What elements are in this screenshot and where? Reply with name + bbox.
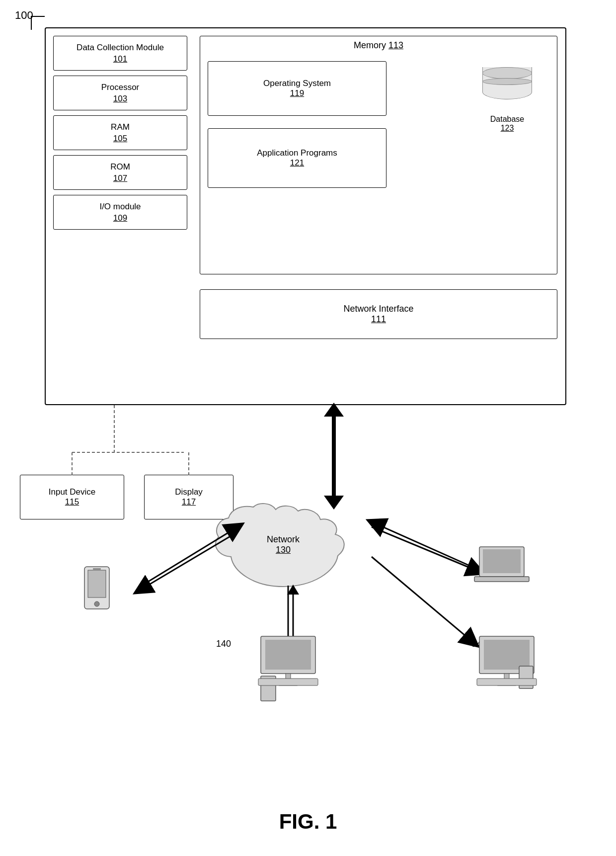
corner-bracket — [31, 16, 45, 30]
svg-rect-37 — [477, 679, 537, 685]
device-label-140-pc: 140 — [472, 639, 487, 649]
svg-rect-30 — [261, 676, 276, 701]
device-label-140-desktop: 140 — [216, 639, 231, 649]
memory-title: Memory 113 — [200, 36, 557, 51]
svg-line-18 — [372, 557, 472, 641]
svg-rect-32 — [479, 636, 534, 674]
network-interface-box: Network Interface 111 — [200, 289, 557, 339]
database-cylinder — [482, 67, 532, 112]
data-collection-box: Data Collection Module 101 — [53, 36, 187, 71]
svg-rect-28 — [286, 674, 291, 684]
app-programs-box: Application Programs 121 — [208, 128, 386, 188]
svg-rect-36 — [519, 666, 533, 688]
svg-line-16 — [372, 527, 477, 571]
svg-line-17 — [375, 523, 472, 567]
ram-box: RAM 105 — [53, 115, 187, 150]
device-label-140-mobile: 140 — [87, 579, 102, 590]
database-container: Database 123 — [472, 61, 542, 133]
svg-rect-22 — [93, 568, 101, 570]
svg-rect-25 — [474, 577, 529, 582]
svg-rect-34 — [504, 674, 509, 684]
svg-rect-31 — [258, 679, 318, 685]
left-column: Data Collection Module 101 Processor 103… — [53, 36, 187, 235]
network-label: Network — [267, 534, 300, 545]
device-label-140-laptop: 140 — [487, 547, 502, 557]
main-system-box: Data Collection Module 101 Processor 103… — [45, 27, 566, 405]
network-label-container: Network 130 — [267, 534, 300, 555]
operating-system-box: Operating System 119 — [208, 61, 386, 116]
memory-box: Memory 113 Operating System 119 Applicat… — [200, 36, 557, 274]
io-module-box: I/O module 109 — [53, 195, 187, 230]
svg-rect-29 — [278, 683, 298, 685]
network-cloud-area: Network 130 — [194, 502, 373, 601]
svg-rect-27 — [265, 640, 311, 670]
svg-rect-33 — [484, 640, 530, 670]
figure-caption: FIG. 1 — [279, 810, 337, 834]
svg-point-21 — [94, 601, 99, 606]
cylinder-mid — [482, 78, 532, 85]
cylinder-top — [482, 67, 532, 79]
rom-box: ROM 107 — [53, 155, 187, 190]
svg-rect-26 — [261, 636, 315, 674]
svg-rect-35 — [497, 683, 517, 685]
processor-box: Processor 103 — [53, 76, 187, 110]
page-container: 100 Data Collection Module 101 Processor… — [0, 0, 616, 856]
database-label: Database — [472, 115, 542, 124]
database-number: 123 — [472, 124, 542, 133]
svg-marker-13 — [282, 636, 294, 646]
desktop-icon — [258, 636, 318, 701]
network-number: 130 — [267, 545, 300, 555]
input-device-box: Input Device 115 — [20, 475, 124, 519]
